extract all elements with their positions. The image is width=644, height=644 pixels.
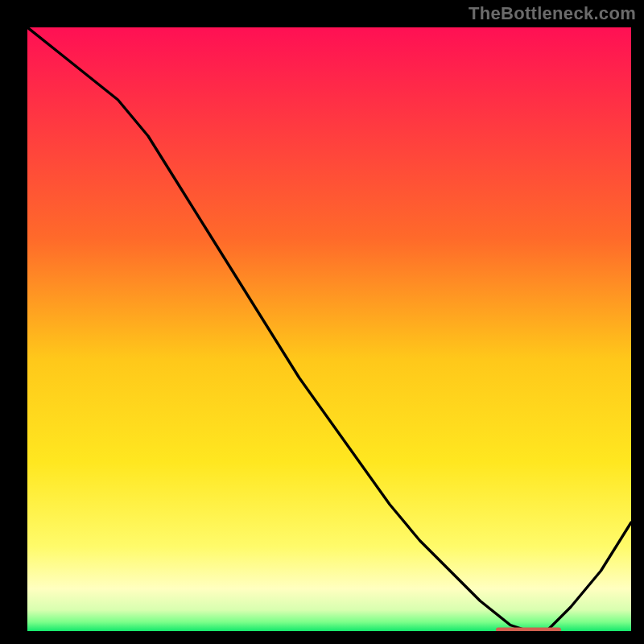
bottleneck-curve (27, 27, 631, 631)
plot-area (27, 27, 631, 631)
chart-root: TheBottleneck.com (0, 0, 644, 644)
attribution-text: TheBottleneck.com (469, 3, 636, 24)
curve-layer (27, 27, 631, 631)
